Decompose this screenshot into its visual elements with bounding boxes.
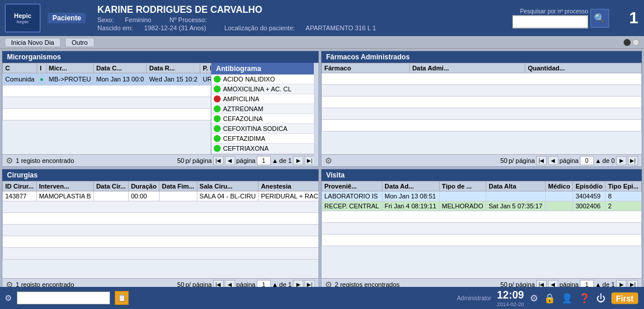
microrganismos-table-area: C I Micr... Data C... Data R... P. Bioló… — [2, 63, 211, 154]
first-badge[interactable]: First — [611, 292, 638, 304]
anti-name: CEFTRIAXONA — [223, 145, 268, 152]
col-id-cirur: ID Cirur... — [3, 182, 37, 191]
bottom-right: Administrator 12:09 2014-02-20 ⚙ 🔒 👤 ❓ ⏻… — [457, 289, 638, 307]
cell-c: Comunida — [3, 73, 37, 86]
farmacos-panel: Fármacos Administrados Fármaco Data Admi… — [321, 51, 642, 167]
cell-data-alta: Sat Jan 5 07:35:17 — [486, 201, 546, 211]
page-label: página — [236, 157, 256, 164]
table-row[interactable]: 143877 MAMOPLASTIA B 00:00 SALA 04 - BL-… — [3, 191, 319, 201]
prev-page-btn[interactable]: ◀ — [548, 156, 558, 165]
list-item: AMPICILINA — [211, 94, 319, 104]
subheader: Inicia Novo Dia Outro — [0, 36, 644, 49]
help-icon[interactable]: ❓ — [579, 293, 590, 304]
table-row — [3, 109, 211, 120]
cell-data-ad: Fri Jan 4 08:19:11 — [382, 201, 439, 211]
col-interven: Interven... — [36, 182, 93, 191]
table-row — [3, 236, 319, 248]
col-prov: Proveniê... — [322, 182, 383, 191]
table-row — [322, 120, 642, 132]
cirurgias-body: ID Cirur... Interven... Data Cir... Dura… — [2, 181, 319, 278]
cell-anest: PERIDURAL + RAC — [259, 191, 319, 201]
page-label: página — [560, 157, 579, 164]
antibiogram-title: Antibiograma — [211, 63, 319, 74]
table-row[interactable]: Comunida ● MB->PROTEU Mon Jan 13 00:0 We… — [3, 73, 211, 86]
prev-page-btn[interactable]: ◀ — [225, 156, 235, 165]
table-row — [322, 73, 642, 85]
page-input[interactable] — [580, 156, 594, 165]
list-item: CEFTRIAXONA — [211, 144, 319, 154]
table-row — [3, 225, 319, 236]
table-row — [3, 213, 319, 225]
cell-id: 143877 — [3, 191, 37, 201]
gear-icon[interactable]: ⚙ — [325, 156, 332, 165]
badge-number: 1 — [629, 9, 638, 27]
tab-inicio[interactable]: Inicia Novo Dia — [5, 38, 61, 47]
bottom-search-btn[interactable]: 📋 — [115, 291, 129, 305]
cell-episodio: 3404459 — [573, 191, 606, 201]
cell-i: ● — [37, 73, 47, 86]
anti-name: CEFTAZIDIMA — [223, 135, 266, 142]
farmacos-title: Fármacos Administrados — [321, 51, 642, 63]
col-data-fim: Data Fim... — [159, 182, 197, 191]
toggle-area — [624, 39, 639, 46]
tab-outro[interactable]: Outro — [65, 38, 94, 47]
table-row — [322, 235, 642, 246]
next-page-btn[interactable]: ▶ — [616, 156, 627, 165]
first-page-btn[interactable]: |◀ — [213, 156, 224, 165]
user-icon[interactable]: 👤 — [561, 293, 573, 304]
first-page-btn[interactable]: |◀ — [536, 156, 547, 165]
table-row[interactable]: LABORATORIO IS Mon Jan 13 08:51 3404459 … — [322, 191, 642, 201]
anti-name: ACIDO NALIDIXO — [223, 76, 275, 83]
cell-episodio: 3002406 — [573, 201, 606, 211]
settings-icon[interactable]: ⚙ — [530, 293, 538, 304]
location-value: APARTAMENTO 316 L 1 — [306, 24, 376, 31]
microrganismos-footer: ⚙ 1 registo encontrado 50 p/ página |◀ ◀… — [2, 154, 319, 166]
page-up-btn[interactable]: ▲ — [272, 157, 278, 164]
per-page-label: p/ página — [508, 157, 535, 164]
gear-icon[interactable]: ⚙ — [6, 156, 13, 165]
cell-medico — [546, 201, 573, 211]
col-c: C — [3, 63, 37, 73]
search-button[interactable]: 🔍 — [590, 9, 609, 27]
bottom-search-input[interactable] — [17, 292, 110, 304]
toggle-dark[interactable] — [624, 39, 631, 46]
power-icon[interactable]: ⏻ — [596, 293, 606, 303]
of-label: de 0 — [603, 157, 615, 164]
table-row[interactable]: RECEP. CENTRAL Fri Jan 4 08:19:11 MELHOR… — [322, 201, 642, 211]
page-up-btn[interactable]: ▲ — [595, 157, 601, 164]
logo: Hepic hepic — [5, 3, 41, 33]
list-item: CEFTAZIDIMA — [211, 134, 319, 144]
lock-icon[interactable]: 🔒 — [544, 293, 555, 304]
green-dot — [214, 105, 221, 112]
search-area: Pesquisar por nº processo 🔍 — [512, 8, 609, 29]
col-anestesia: Anestesia — [259, 182, 319, 191]
cell-data-ad: Mon Jan 13 08:51 — [382, 191, 439, 201]
search-input[interactable] — [512, 16, 588, 29]
cell-prov: LABORATORIO IS — [322, 191, 383, 201]
cell-prov: RECEP. CENTRAL — [322, 201, 383, 211]
cell-tipo — [439, 191, 486, 201]
list-item: CEFOXITINA SODICA — [211, 124, 319, 134]
next-page-btn[interactable]: ▶ — [293, 156, 303, 165]
cell-data-alta — [486, 191, 546, 201]
col-pbio: P. Biológico — [200, 63, 211, 73]
bottom-gear-icon[interactable]: ⚙ — [5, 293, 12, 303]
table-row — [3, 97, 211, 109]
anti-name: AMPICILINA — [223, 95, 259, 102]
list-item: AMOXICILINA + AC. CL — [211, 84, 319, 94]
cell-sala: SALA 04 - BL-CIRU — [197, 191, 259, 201]
per-page-value: 50 — [500, 157, 507, 164]
cirurgias-panel: Cirurgias ID Cirur... Interven... Data C… — [2, 169, 319, 291]
col-tipo-epi: Tipo Epi... — [606, 182, 642, 191]
toggle-light[interactable] — [632, 39, 639, 46]
col-duracao: Duração — [128, 182, 159, 191]
pagination: 50 p/ página |◀ ◀ página ▲ de 0 ▶ ▶| — [500, 156, 638, 165]
col-datac: Data C... — [94, 63, 147, 73]
cell-pbio: URINA — [200, 73, 211, 86]
page-input[interactable] — [257, 156, 271, 165]
last-page-btn[interactable]: ▶| — [628, 156, 638, 165]
bottom-bar: ⚙ 📋 Administrator 12:09 2014-02-20 ⚙ 🔒 👤… — [0, 287, 644, 309]
date-display: 2014-02-20 — [497, 301, 524, 307]
cell-data-fim — [159, 191, 197, 201]
green-dot — [214, 115, 221, 122]
